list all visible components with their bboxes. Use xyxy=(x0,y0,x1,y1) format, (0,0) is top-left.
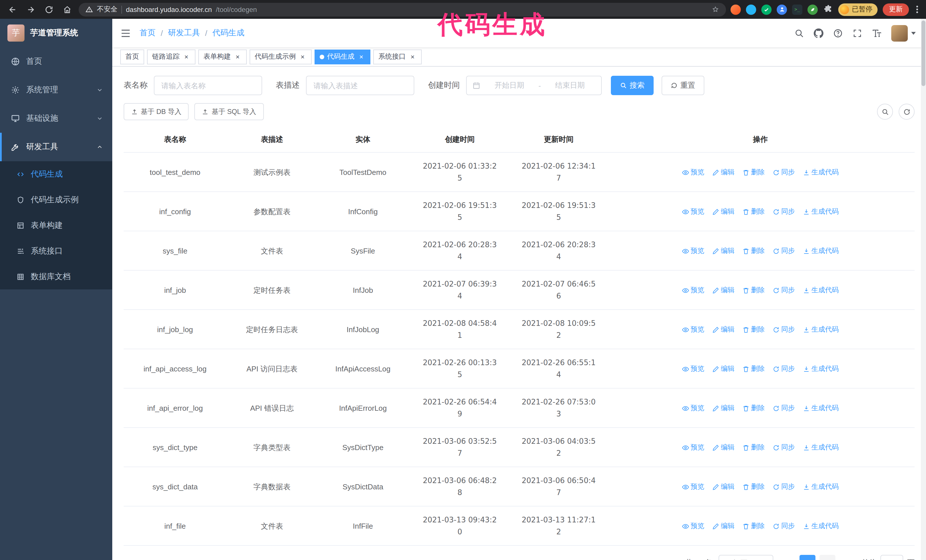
sidebar-item-codegen[interactable]: 代码生成 xyxy=(0,161,112,187)
action-generate[interactable]: 生成代码 xyxy=(803,363,839,375)
action-eye[interactable]: 预览 xyxy=(682,284,704,296)
action-sync[interactable]: 同步 xyxy=(773,245,795,257)
reload-icon[interactable] xyxy=(42,3,56,16)
refresh-table-button[interactable] xyxy=(899,104,915,120)
action-sync[interactable]: 同步 xyxy=(773,520,795,532)
tab-codegen-example[interactable]: 代码生成示例× xyxy=(250,49,312,64)
scrollbar-thumb[interactable] xyxy=(921,21,925,86)
scrollbar[interactable] xyxy=(921,19,926,560)
extension-icon-orange[interactable] xyxy=(731,4,741,15)
breadcrumb-home[interactable]: 首页 xyxy=(139,28,156,38)
action-edit[interactable]: 编辑 xyxy=(712,324,735,335)
sidebar-item-codegen-example[interactable]: 代码生成示例 xyxy=(0,187,112,213)
tab-form-builder[interactable]: 表单构建× xyxy=(198,49,247,64)
page-size-select[interactable]: 10条/页 xyxy=(719,555,773,560)
action-sync[interactable]: 同步 xyxy=(773,324,795,335)
action-sync[interactable]: 同步 xyxy=(773,442,795,453)
sidebar-item-system[interactable]: 系统管理 xyxy=(0,76,112,104)
tab-trace[interactable]: 链路追踪× xyxy=(147,49,195,64)
action-edit[interactable]: 编辑 xyxy=(712,442,735,453)
extension-icon-green-check[interactable] xyxy=(761,4,772,15)
action-generate[interactable]: 生成代码 xyxy=(803,481,839,493)
action-generate[interactable]: 生成代码 xyxy=(803,402,839,414)
action-generate[interactable]: 生成代码 xyxy=(803,166,839,178)
action-delete[interactable]: 删除 xyxy=(743,520,765,532)
font-size-icon[interactable] xyxy=(872,28,882,38)
action-sync[interactable]: 同步 xyxy=(773,363,795,375)
extension-icon-terminal[interactable]: >_ xyxy=(792,4,802,15)
hamburger-icon[interactable] xyxy=(120,28,131,38)
sidebar-item-home[interactable]: 首页 xyxy=(0,47,112,76)
action-sync[interactable]: 同步 xyxy=(773,166,795,178)
help-icon[interactable] xyxy=(833,28,843,38)
import-sql-button[interactable]: 基于 SQL 导入 xyxy=(195,103,263,120)
action-delete[interactable]: 删除 xyxy=(743,245,765,257)
toggle-search-button[interactable] xyxy=(877,104,893,120)
action-eye[interactable]: 预览 xyxy=(682,481,704,493)
puzzle-icon[interactable] xyxy=(823,4,833,15)
sidebar-item-devtools[interactable]: 研发工具 xyxy=(0,133,112,161)
tab-home[interactable]: 首页 xyxy=(120,49,144,64)
action-generate[interactable]: 生成代码 xyxy=(803,442,839,453)
sidebar-item-db-doc[interactable]: 数据库文档 xyxy=(0,264,112,290)
action-eye[interactable]: 预览 xyxy=(682,166,704,178)
action-edit[interactable]: 编辑 xyxy=(712,206,735,217)
action-eye[interactable]: 预览 xyxy=(682,402,704,414)
import-db-button[interactable]: 基于 DB 导入 xyxy=(124,103,189,120)
goto-page-input[interactable] xyxy=(881,555,903,560)
profile-chip[interactable]: 已暂停 xyxy=(838,3,878,16)
action-edit[interactable]: 编辑 xyxy=(712,166,735,178)
action-generate[interactable]: 生成代码 xyxy=(803,245,839,257)
action-eye[interactable]: 预览 xyxy=(682,206,704,217)
table-name-input[interactable] xyxy=(154,76,262,95)
action-edit[interactable]: 编辑 xyxy=(712,245,735,257)
close-icon[interactable]: × xyxy=(357,53,365,61)
sidebar-item-infrastructure[interactable]: 基础设施 xyxy=(0,104,112,133)
home-button-icon[interactable] xyxy=(61,3,74,16)
next-page-button[interactable]: › xyxy=(840,555,855,560)
action-delete[interactable]: 删除 xyxy=(743,166,765,178)
search-button[interactable]: 搜索 xyxy=(611,76,654,95)
action-generate[interactable]: 生成代码 xyxy=(803,324,839,335)
action-delete[interactable]: 删除 xyxy=(743,363,765,375)
extension-icon-people[interactable] xyxy=(777,4,787,15)
action-edit[interactable]: 编辑 xyxy=(712,481,735,493)
close-icon[interactable]: × xyxy=(409,53,416,61)
close-icon[interactable]: × xyxy=(299,53,307,61)
table-desc-input[interactable] xyxy=(306,76,414,95)
date-range-picker[interactable]: 开始日期 - 结束日期 xyxy=(466,76,602,95)
back-icon[interactable] xyxy=(6,3,20,16)
address-bar[interactable]: 不安全 dashboard.yudao.iocoder.cn /tool/cod… xyxy=(79,3,726,16)
tab-system-api[interactable]: 系统接口× xyxy=(373,49,422,64)
close-icon[interactable]: × xyxy=(234,53,242,61)
page-button-1[interactable]: 1 xyxy=(799,555,816,560)
action-delete[interactable]: 删除 xyxy=(743,206,765,217)
prev-page-button[interactable]: ‹ xyxy=(779,555,796,560)
close-icon[interactable]: × xyxy=(182,53,190,61)
action-eye[interactable]: 预览 xyxy=(682,245,704,257)
action-delete[interactable]: 删除 xyxy=(743,402,765,414)
bookmark-star-icon[interactable] xyxy=(712,6,719,13)
action-generate[interactable]: 生成代码 xyxy=(803,206,839,217)
action-edit[interactable]: 编辑 xyxy=(712,520,735,532)
search-icon[interactable] xyxy=(794,28,804,38)
action-edit[interactable]: 编辑 xyxy=(712,402,735,414)
extension-icon-blue[interactable] xyxy=(746,4,756,15)
page-button-2[interactable]: 2 xyxy=(819,555,835,560)
action-eye[interactable]: 预览 xyxy=(682,324,704,335)
browser-menu-icon[interactable] xyxy=(914,6,920,13)
action-eye[interactable]: 预览 xyxy=(682,442,704,453)
action-delete[interactable]: 删除 xyxy=(743,284,765,296)
action-delete[interactable]: 删除 xyxy=(743,324,765,335)
tab-codegen[interactable]: 代码生成× xyxy=(315,49,371,64)
action-edit[interactable]: 编辑 xyxy=(712,363,735,375)
fullscreen-icon[interactable] xyxy=(852,28,862,38)
action-generate[interactable]: 生成代码 xyxy=(803,284,839,296)
user-menu[interactable] xyxy=(891,25,916,41)
action-sync[interactable]: 同步 xyxy=(773,402,795,414)
action-sync[interactable]: 同步 xyxy=(773,284,795,296)
github-icon[interactable] xyxy=(814,28,823,38)
action-eye[interactable]: 预览 xyxy=(682,520,704,532)
breadcrumb-devtools[interactable]: 研发工具 xyxy=(168,28,200,38)
reset-button[interactable]: 重置 xyxy=(661,76,704,95)
